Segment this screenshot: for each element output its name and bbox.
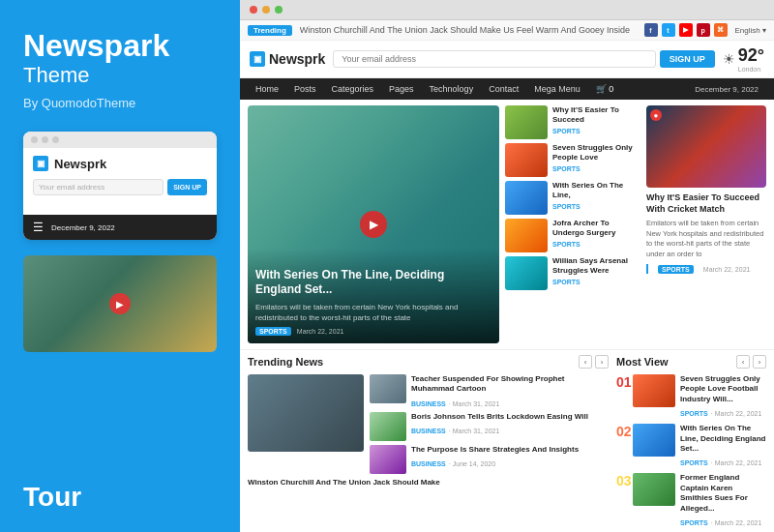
mv-article-1-date: · March 22, 2021 [711,410,762,417]
mv-article-2-date: · March 22, 2021 [711,459,762,466]
twitter-icon[interactable]: t [662,23,675,37]
most-view-arrows: ‹ › [736,355,766,369]
brand-subtitle: Theme [23,63,217,88]
hero-date: March 22, 2021 [297,328,344,335]
chrome-dot-green [275,6,283,14]
most-view-prev-btn[interactable]: ‹ [736,355,750,369]
nav-contact[interactable]: Contact [481,78,526,100]
hero-desc: Emilators will be taken from certain New… [255,302,491,323]
mv-num-3: 03 [616,473,628,488]
header-search: SIGN UP [333,50,714,68]
trending-badge: Trending [248,25,292,36]
mini-image-preview: ▶ [23,255,217,352]
mini-dot-red [31,136,38,143]
mini-email-input[interactable]: Your email address [33,179,164,195]
nav-mega-menu[interactable]: Mega Menu [526,78,588,100]
nav-date: December 9, 2022 [687,79,766,100]
side-article-1: Why It'S Easier To Succeed SPORTS [505,105,640,139]
side-article-3: With Series On The Line, SPORTS [505,181,640,215]
trending-article-2-tag: BUSINESS [411,428,446,434]
trending-article-3-date: · June 14, 2020 [449,460,495,467]
most-view-article-3: 03 Former England Captain Karen Smithies… [616,473,766,527]
mv-article-2-tag: SPORTS [680,459,708,466]
side-article-3-title: With Series On The Line, [552,181,640,201]
side-article-5: Willian Says Arsenal Struggles Were SPOR… [505,256,640,290]
header-email-input[interactable] [333,50,655,68]
chrome-dot-yellow [262,6,270,14]
mv-num-2: 02 [616,424,628,439]
side-article-2: Seven Struggles Only People Love SPORTS [505,143,640,177]
chrome-dot-red [250,6,257,14]
mv-article-3-tag: SPORTS [680,519,708,526]
rss-icon[interactable]: ⌘ [714,23,728,37]
trending-thumb-3 [370,445,406,474]
trending-bottom-title: Winston Churchill And The Union Jack Sho… [248,478,609,488]
trending-bar: Trending Winston Churchill And The Union… [240,20,774,41]
trending-text: Winston Churchill And The Union Jack Sho… [300,25,637,35]
site-nav: Home Posts Categories Pages Technology C… [240,78,774,100]
nav-pages[interactable]: Pages [381,78,422,100]
weather-temp: 92° [738,45,764,66]
trending-thumb-1 [370,374,406,403]
nav-categories[interactable]: Categories [324,78,382,100]
trending-thumb-2 [370,412,406,441]
facebook-icon[interactable]: f [644,23,658,37]
nav-technology[interactable]: Technology [422,78,482,100]
logo-icon: ▣ [250,51,265,67]
side-articles: Why It'S Easier To Succeed SPORTS Seven … [505,105,640,343]
trending-article-3-title: The Purpose Is Share Strategies And Insi… [411,445,579,455]
hero-section: ▶ With Series On The Line, Deciding Engl… [248,105,499,343]
most-view-article-1: 01 Seven Struggles Only People Love Foot… [616,374,766,418]
trending-article-2: Boris Johnson Tells Brits Lockdown Easin… [370,412,609,441]
most-view-next-btn[interactable]: › [753,355,766,369]
youtube-icon[interactable]: ▶ [679,23,693,37]
mini-nav-bar: ☰ December 9, 2022 [23,215,217,240]
mv-article-3-title: Former England Captain Karen Smithies Su… [680,473,766,514]
language-selector[interactable]: English ▾ [735,26,766,35]
trending-article-3-tag: BUSINESS [411,460,446,467]
most-view: Most View ‹ › 01 Seven Struggles Only Pe… [616,355,766,527]
trending-news-arrows: ‹ › [579,355,609,369]
trending-prev-btn[interactable]: ‹ [579,355,592,369]
hero-tag: SPORTS [255,327,291,336]
trending-grid: Teacher Suspended For Showing Prophet Mu… [248,374,609,474]
weather-location: London [738,66,764,73]
hero-play-button[interactable]: ▶ [360,211,387,238]
mini-email-row: Your email address SIGN UP [33,179,207,195]
featured-meta: SPORTS March 22, 2021 [646,264,766,274]
featured-divider [646,264,648,274]
pinterest-icon[interactable]: p [697,23,710,37]
mini-browser-bar [23,132,217,148]
hero-overlay: With Series On The Line, Deciding Englan… [248,249,499,344]
cart-count: 0 [609,84,613,94]
main-content: ▶ With Series On The Line, Deciding Engl… [240,100,774,349]
featured-badge: ● [650,109,662,121]
header-signup-btn[interactable]: SIGN UP [660,50,715,68]
mv-article-1-title: Seven Struggles Only People Love Footbal… [680,374,766,404]
side-article-5-tag: SPORTS [552,279,640,285]
website: Trending Winston Churchill And The Union… [240,20,774,532]
cart-icon[interactable]: 🛒 0 [588,78,622,100]
side-article-3-tag: SPORTS [552,203,640,210]
trending-article-1-title: Teacher Suspended For Showing Prophet Mu… [411,374,609,395]
trending-article-1-tag: BUSINESS [411,400,446,407]
logo-text: Newsprk [269,51,325,67]
mini-browser: ▣ Newsprk Your email address SIGN UP ☰ D… [23,132,217,240]
left-panel: Newspark Theme By QuomodoTheme ▣ Newsprk… [0,0,240,532]
nav-home[interactable]: Home [248,78,286,100]
featured-date: March 22, 2021 [703,266,751,273]
trending-next-btn[interactable]: › [595,355,609,369]
featured-desc: Emilators will be taken from certain New… [646,219,766,259]
nav-posts[interactable]: Posts [286,78,324,100]
brand-title: Newspark [23,29,217,63]
mini-signup-btn[interactable]: SIGN UP [167,179,207,195]
mini-play-icon[interactable]: ▶ [109,293,131,314]
mv-thumb-2 [633,424,675,457]
side-article-4-title: Jofra Archer To Undergo Surgery [552,219,640,239]
social-icons: f t ▶ p ⌘ [644,23,728,37]
right-panel: Trending Winston Churchill And The Union… [240,0,774,532]
trending-news-header: Trending News ‹ › [248,355,609,369]
side-article-1-title: Why It'S Easier To Succeed [552,105,640,126]
trending-article-2-title: Boris Johnson Tells Brits Lockdown Easin… [411,412,588,422]
featured-tag: SPORTS [658,265,694,274]
